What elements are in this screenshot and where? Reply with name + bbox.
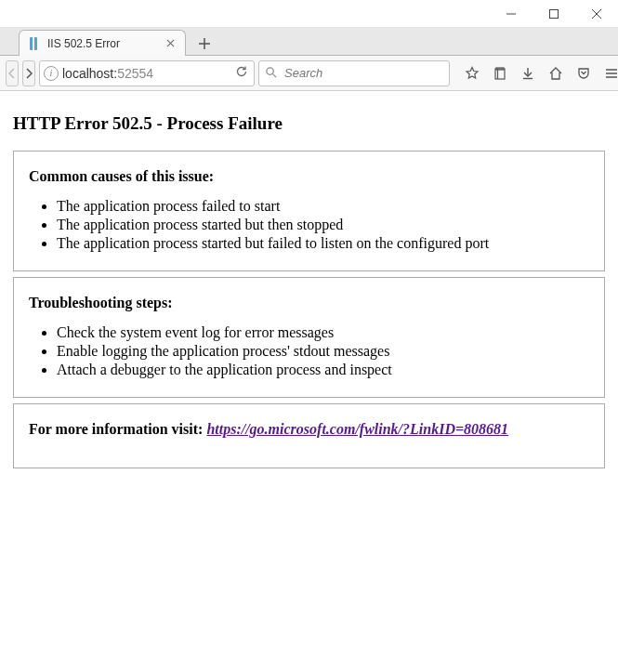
home-icon[interactable] bbox=[543, 60, 569, 86]
svg-rect-1 bbox=[550, 9, 559, 18]
more-info-label: For more information visit: bbox=[29, 421, 206, 437]
close-window-button[interactable] bbox=[575, 0, 618, 28]
more-info-link[interactable]: https://go.microsoft.com/fwlink/?LinkID=… bbox=[206, 421, 508, 437]
reload-icon[interactable] bbox=[233, 65, 250, 81]
svg-point-10 bbox=[267, 67, 273, 73]
url-text: localhost:52554 bbox=[62, 66, 230, 81]
more-info-heading: For more information visit: https://go.m… bbox=[29, 421, 589, 438]
page-title: HTTP Error 502.5 - Process Failure bbox=[13, 113, 605, 134]
list-item: Check the system event log for error mes… bbox=[57, 324, 589, 341]
library-icon[interactable] bbox=[487, 60, 513, 86]
causes-list: The application process failed to start … bbox=[29, 198, 589, 252]
svg-rect-12 bbox=[495, 69, 505, 79]
bookmark-star-icon[interactable] bbox=[459, 60, 485, 86]
page-content: HTTP Error 502.5 - Process Failure Commo… bbox=[0, 91, 618, 483]
downloads-icon[interactable] bbox=[515, 60, 541, 86]
list-item: The application process failed to start bbox=[57, 198, 589, 215]
search-bar[interactable] bbox=[258, 60, 450, 86]
url-host: localhost: bbox=[62, 66, 117, 81]
forward-button[interactable] bbox=[22, 60, 35, 86]
tab-bar: IIS 502.5 Error bbox=[0, 28, 618, 56]
back-button[interactable] bbox=[6, 60, 19, 86]
pocket-icon[interactable] bbox=[571, 60, 597, 86]
maximize-button[interactable] bbox=[533, 0, 575, 28]
svg-rect-5 bbox=[33, 37, 34, 50]
url-port: 52554 bbox=[117, 66, 153, 81]
address-bar[interactable]: i localhost:52554 bbox=[39, 60, 255, 86]
site-info-icon[interactable]: i bbox=[44, 66, 59, 81]
causes-panel: Common causes of this issue: The applica… bbox=[13, 151, 605, 271]
list-item: The application process started but then… bbox=[57, 217, 589, 233]
more-info-panel: For more information visit: https://go.m… bbox=[13, 403, 605, 468]
causes-heading: Common causes of this issue: bbox=[29, 168, 589, 185]
page-favicon bbox=[27, 36, 42, 51]
troubleshooting-heading: Troubleshooting steps: bbox=[29, 295, 589, 311]
menu-icon[interactable] bbox=[598, 60, 618, 86]
tab-close-icon[interactable] bbox=[163, 36, 178, 51]
svg-line-11 bbox=[272, 73, 276, 77]
troubleshooting-list: Check the system event log for error mes… bbox=[29, 324, 589, 378]
browser-tab[interactable]: IIS 502.5 Error bbox=[19, 30, 186, 56]
minimize-button[interactable] bbox=[490, 0, 533, 28]
list-item: Attach a debugger to the application pro… bbox=[57, 362, 589, 378]
window-titlebar bbox=[0, 0, 618, 28]
troubleshooting-panel: Troubleshooting steps: Check the system … bbox=[13, 277, 605, 398]
navigation-toolbar: i localhost:52554 bbox=[0, 56, 618, 91]
search-input[interactable] bbox=[283, 65, 443, 81]
new-tab-button[interactable] bbox=[191, 33, 217, 55]
list-item: The application process started but fail… bbox=[57, 235, 589, 252]
list-item: Enable logging the application process' … bbox=[57, 343, 589, 360]
tab-title: IIS 502.5 Error bbox=[47, 37, 157, 50]
toolbar-actions bbox=[459, 60, 618, 86]
search-icon bbox=[265, 66, 277, 81]
